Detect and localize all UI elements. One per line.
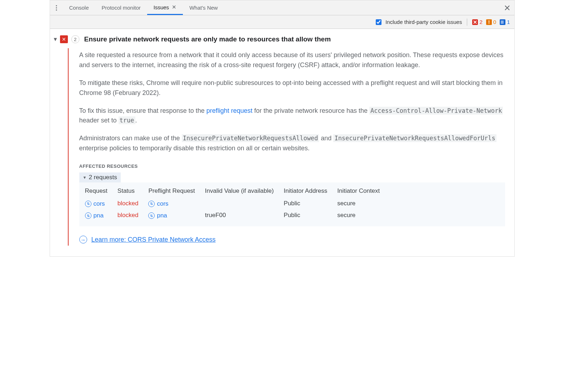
request-icon: ⇅: [148, 201, 155, 207]
checkbox-input[interactable]: [376, 19, 381, 25]
tab-label: What's New: [189, 5, 218, 11]
issues-toolbar: Include third-party cookie issues 2 0 1: [50, 15, 514, 29]
col-initiator-address: Initiator Address: [281, 185, 335, 197]
request-link[interactable]: ⇅pna: [85, 212, 104, 219]
issue-item: ▼ ✕ 2 Ensure private network requests ar…: [53, 35, 508, 246]
warning-icon: [486, 19, 492, 25]
requests-expand-chip[interactable]: ▼ 2 requests: [79, 172, 121, 182]
col-request: Request: [83, 185, 115, 197]
warning-count-badge[interactable]: 0: [486, 19, 496, 25]
issue-paragraph: A site requested a resource from a netwo…: [79, 50, 505, 70]
initiator-context: secure: [335, 197, 388, 210]
error-icon: [472, 19, 478, 25]
svg-point-1: [56, 7, 57, 8]
issue-paragraph: To fix this issue, ensure that response …: [79, 106, 505, 126]
preflight-link[interactable]: ⇅pna: [148, 212, 167, 219]
issue-header[interactable]: ✕ 2 Ensure private network requests are …: [60, 35, 508, 43]
learn-more-link[interactable]: Learn more: CORS Private Network Access: [91, 236, 216, 243]
col-initiator-context: Initiator Context: [335, 185, 388, 197]
close-icon[interactable]: ✕: [172, 4, 176, 10]
svg-rect-5: [489, 20, 489, 23]
status-value: blocked: [118, 212, 139, 218]
svg-rect-6: [489, 23, 489, 24]
tab-label: Issues: [154, 4, 169, 10]
code-header-name: Access-Control-Allow-Private-Network: [369, 107, 503, 115]
table-header-row: Request Status Preflight Request Invalid…: [83, 185, 388, 197]
panel-close-button[interactable]: [500, 5, 514, 10]
status-value: blocked: [118, 200, 139, 207]
svg-point-2: [56, 9, 57, 10]
code-policy: InsecurePrivateNetworkRequestsAllowedFor…: [333, 134, 496, 142]
code-header-value: true: [119, 116, 135, 124]
affected-resources-table: Request Status Preflight Request Invalid…: [79, 182, 505, 226]
svg-point-0: [56, 5, 57, 6]
issues-list[interactable]: ▼ ✕ 2 Ensure private network requests ar…: [50, 29, 514, 256]
panel-menu-button[interactable]: [50, 5, 63, 11]
close-icon: [505, 5, 510, 10]
request-icon: ⇅: [148, 212, 155, 219]
info-icon: [500, 19, 505, 25]
tab-protocol-monitor[interactable]: Protocol monitor: [95, 0, 147, 15]
tab-issues[interactable]: Issues ✕: [147, 0, 183, 15]
preflight-request-link[interactable]: preflight request: [206, 107, 253, 114]
tab-whats-new[interactable]: What's New: [183, 0, 224, 15]
tab-console[interactable]: Console: [63, 0, 95, 15]
tab-label: Protocol monitor: [102, 5, 141, 11]
invalid-value: trueF00: [203, 210, 281, 222]
issue-body: A site requested a resource from a netwo…: [68, 48, 508, 246]
resources-table: Request Status Preflight Request Invalid…: [83, 185, 388, 221]
checkbox-label: Include third-party cookie issues: [385, 19, 462, 25]
error-count-badge[interactable]: 2: [472, 19, 482, 25]
col-invalid-value: Invalid Value (if available): [203, 185, 281, 197]
info-count-badge[interactable]: 1: [500, 19, 510, 25]
initiator-address: Public: [281, 197, 335, 210]
initiator-context: secure: [335, 210, 388, 222]
invalid-value: [203, 197, 281, 210]
tab-label: Console: [69, 5, 89, 11]
initiator-address: Public: [281, 210, 335, 222]
code-policy: InsecurePrivateNetworkRequestsAllowed: [182, 134, 319, 142]
table-row: ⇅cors blocked ⇅cors Public secure: [83, 197, 388, 210]
requests-chip-label: 2 requests: [89, 174, 117, 181]
issue-title: Ensure private network requests are only…: [84, 35, 331, 43]
panel-tabstrip: Console Protocol monitor Issues ✕ What's…: [50, 0, 514, 15]
error-icon: ✕: [60, 35, 68, 43]
toolbar-divider: [467, 19, 467, 26]
kebab-icon: [56, 5, 57, 11]
request-icon: ⇅: [85, 212, 91, 219]
col-preflight-request: Preflight Request: [146, 185, 203, 197]
col-status: Status: [115, 185, 146, 197]
triangle-down-icon: ▼: [83, 175, 87, 180]
learn-more-row: → Learn more: CORS Private Network Acces…: [79, 236, 505, 243]
preflight-link[interactable]: ⇅cors: [148, 200, 168, 207]
affected-resources-heading: AFFECTED RESOURCES: [79, 164, 505, 169]
issue-count-badges: 2 0 1: [472, 19, 510, 25]
arrow-right-circle-icon: →: [79, 236, 87, 243]
issue-occurrence-count: 2: [71, 35, 79, 43]
issue-paragraph: Administrators can make use of the Insec…: [79, 134, 505, 154]
devtools-issues-panel: Console Protocol monitor Issues ✕ What's…: [50, 0, 515, 257]
include-third-party-cookies-checkbox[interactable]: Include third-party cookie issues: [374, 18, 462, 26]
request-icon: ⇅: [85, 201, 91, 207]
issue-paragraph: To mitigate these risks, Chrome will req…: [79, 78, 505, 98]
table-row: ⇅pna blocked ⇅pna trueF00 Public secure: [83, 210, 388, 222]
request-link[interactable]: ⇅cors: [85, 200, 105, 207]
issue-expand-caret[interactable]: ▼: [53, 35, 58, 246]
